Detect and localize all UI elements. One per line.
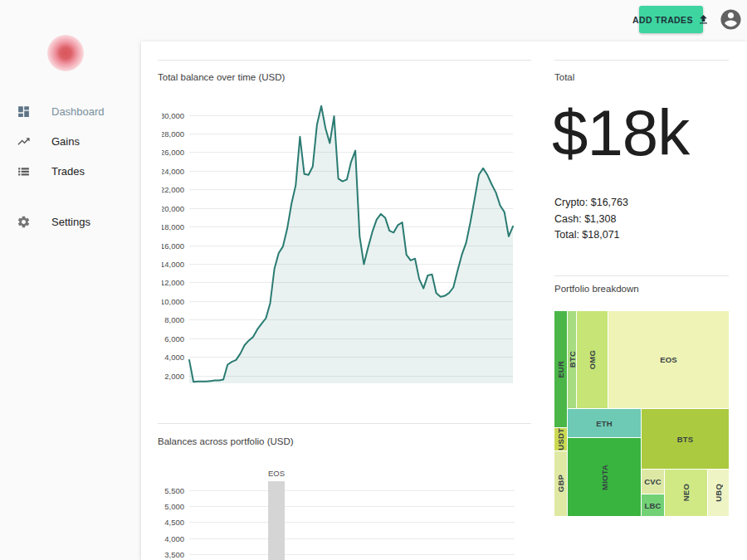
area-fill	[189, 106, 513, 383]
divider	[554, 275, 729, 276]
treemap-cell-btc[interactable]: BTC	[568, 311, 576, 408]
treemap-cell-label: BTC	[568, 351, 576, 368]
y-tick-label: 26,000	[162, 148, 184, 157]
sidebar-item-label: Gains	[51, 135, 80, 148]
y-tick-label: 22,000	[162, 185, 184, 194]
dashboard-icon	[17, 105, 31, 119]
trending-up-icon	[17, 134, 31, 149]
sidebar-item-label: Trades	[51, 165, 85, 178]
y-tick-label: 4,000	[164, 353, 184, 362]
grand-total-line: Total: $18,071	[554, 227, 628, 244]
treemap-cell-label: EOS	[660, 355, 677, 364]
account-circle-icon[interactable]	[719, 7, 743, 32]
total-headline: $18k	[552, 93, 689, 173]
portfolio-treemap: EURUSDTGBPBTCOMGEOSETHMIOTABTSCVCLBCNEOU…	[554, 311, 729, 516]
treemap-cell-label: CVC	[644, 477, 662, 486]
treemap-cell-neo[interactable]: NEO	[665, 470, 707, 516]
y-tick-label: 20,000	[162, 204, 184, 213]
balance-chart-title: Total balance over time (USD)	[158, 72, 285, 82]
app-root: ADD TRADES Dashboard Gains Trades Settin…	[0, 0, 747, 560]
balance-area-chart: 2,0004,0006,0008,00010,00012,00014,00016…	[162, 104, 519, 390]
y-tick-label: 3,500	[164, 550, 184, 559]
sidebar-item-label: Settings	[51, 216, 90, 228]
y-tick-label: 28,000	[162, 129, 184, 139]
bar-eos[interactable]	[268, 481, 285, 560]
gear-icon	[17, 215, 31, 229]
treemap-cell-lbc[interactable]: LBC	[642, 494, 664, 516]
y-tick-label: 8,000	[164, 315, 184, 324]
y-tick-label: 10,000	[162, 297, 184, 306]
sidebar-item-gains[interactable]: Gains	[0, 129, 141, 153]
list-icon	[17, 164, 31, 178]
y-tick-label: 6,000	[164, 334, 184, 343]
sidebar-item-label: Dashboard	[51, 105, 105, 118]
y-tick-label: 18,000	[162, 222, 184, 231]
y-tick-label: 5,000	[164, 502, 184, 511]
y-tick-label: 4,000	[164, 534, 184, 543]
balances-bar-chart: 5,5005,0004,5004,0003,500EOS	[162, 465, 519, 560]
treemap-cell-label: MIOTA	[600, 465, 609, 490]
treemap-cell-label: OMG	[588, 350, 597, 369]
divider	[158, 60, 531, 61]
add-trades-label: ADD TRADES	[632, 15, 693, 25]
bar-label: EOS	[268, 469, 285, 478]
y-tick-label: 30,000	[162, 111, 184, 120]
treemap-cell-label: GBP	[556, 475, 565, 492]
balances-chart-title: Balances across portfolio (USD)	[158, 436, 294, 446]
cash-total-line: Cash: $1,308	[554, 212, 628, 228]
treemap-cell-eos[interactable]: EOS	[608, 311, 729, 408]
y-tick-label: 4,500	[164, 518, 184, 527]
treemap-cell-eur[interactable]: EUR	[554, 311, 567, 427]
upload-icon	[697, 13, 710, 26]
treemap-cell-label: USDT	[556, 428, 565, 450]
portfolio-section-title: Portfolio breakdown	[554, 284, 639, 294]
y-tick-label: 12,000	[162, 278, 184, 287]
divider	[158, 423, 531, 424]
y-tick-label: 24,000	[162, 167, 184, 176]
treemap-cell-label: EUR	[556, 361, 565, 378]
treemap-cell-eth[interactable]: ETH	[568, 409, 641, 437]
treemap-cell-usdt[interactable]: USDT	[554, 428, 567, 450]
app-logo	[47, 35, 84, 71]
treemap-cell-gbp[interactable]: GBP	[554, 451, 567, 516]
treemap-cell-label: BTS	[677, 435, 694, 444]
y-tick-label: 14,000	[162, 260, 184, 269]
y-tick-label: 16,000	[162, 241, 184, 251]
treemap-cell-label: ETH	[596, 419, 613, 428]
total-section-title: Total	[554, 72, 574, 82]
treemap-cell-label: NEO	[681, 484, 691, 501]
treemap-cell-miota[interactable]: MIOTA	[568, 438, 641, 516]
add-trades-button[interactable]: ADD TRADES	[639, 6, 703, 33]
sidebar-item-trades[interactable]: Trades	[0, 159, 141, 183]
treemap-cell-cvc[interactable]: CVC	[642, 470, 664, 494]
treemap-cell-ubq[interactable]: UBQ	[708, 470, 729, 516]
sidebar-item-dashboard[interactable]: Dashboard	[0, 100, 141, 123]
treemap-cell-bts[interactable]: BTS	[642, 409, 729, 469]
treemap-cell-label: LBC	[644, 501, 661, 510]
treemap-cell-omg[interactable]: OMG	[577, 311, 608, 408]
sidebar-item-settings[interactable]: Settings	[0, 210, 141, 233]
y-tick-label: 2,000	[164, 372, 184, 381]
crypto-total-line: Crypto: $16,763	[554, 195, 628, 212]
divider	[554, 60, 729, 61]
treemap-cell-label: UBQ	[714, 484, 723, 502]
total-summary: Crypto: $16,763 Cash: $1,308 Total: $18,…	[554, 195, 628, 244]
y-tick-label: 5,500	[164, 486, 184, 495]
